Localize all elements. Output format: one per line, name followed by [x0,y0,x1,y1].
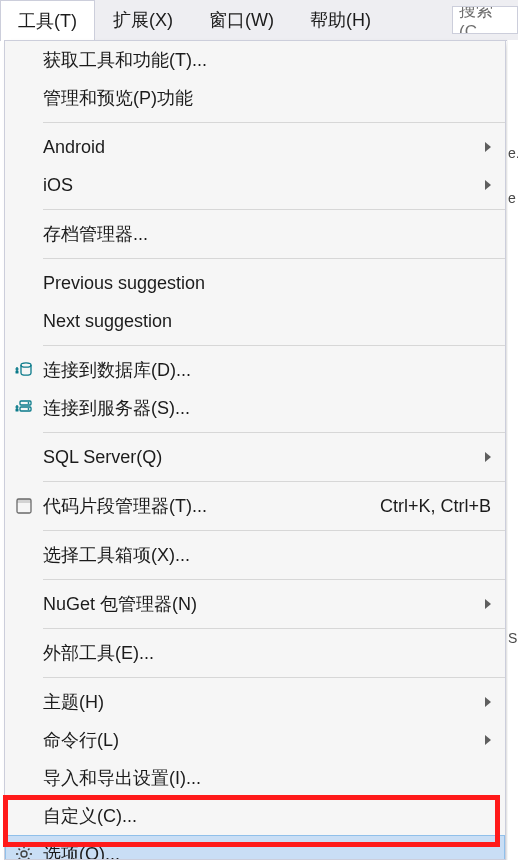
database-plug-icon [15,361,33,379]
menu-item-label: 管理和预览(P)功能 [43,86,491,110]
menu-item-label: 代码片段管理器(T)... [43,494,360,518]
background-peek: e. e S [507,40,518,860]
menu-item-theme[interactable]: 主题(H) [5,683,505,721]
menu-item-label: SQL Server(Q) [43,447,477,468]
menubar-item-window[interactable]: 窗口(W) [191,0,292,40]
menubar-item-help[interactable]: 帮助(H) [292,0,389,40]
menu-separator [43,481,505,482]
svg-rect-6 [16,409,19,412]
menu-separator [43,258,505,259]
menu-item-android[interactable]: Android [5,128,505,166]
menu-separator [43,530,505,531]
svg-line-16 [19,858,21,860]
menu-separator [43,628,505,629]
menu-separator [43,345,505,346]
svg-point-0 [21,363,31,367]
menu-item-label: iOS [43,175,477,196]
menubar-item-tools[interactable]: 工具(T) [0,0,95,41]
menu-item-customize[interactable]: 自定义(C)... [5,797,505,835]
gear-icon [15,845,33,860]
menu-item-label: 选项(O)... [43,842,491,860]
menu-item-nuget[interactable]: NuGet 包管理器(N) [5,585,505,623]
menu-item-label: 导入和导出设置(I)... [43,766,491,790]
svg-point-4 [28,402,30,404]
menu-separator [43,122,505,123]
menu-separator [43,677,505,678]
menu-item-label: Android [43,137,477,158]
menu-item-connect-database[interactable]: 连接到数据库(D)... [5,351,505,389]
menu-separator [43,432,505,433]
menu-item-import-export[interactable]: 导入和导出设置(I)... [5,759,505,797]
menu-item-label: Previous suggestion [43,273,491,294]
menu-item-next-suggestion[interactable]: Next suggestion [5,302,505,340]
menu-item-sql-server[interactable]: SQL Server(Q) [5,438,505,476]
svg-line-14 [19,849,21,851]
svg-rect-1 [16,371,19,374]
menu-item-prev-suggestion[interactable]: Previous suggestion [5,264,505,302]
menu-item-external-tools[interactable]: 外部工具(E)... [5,634,505,672]
menu-separator [43,579,505,580]
svg-rect-8 [17,499,31,503]
peek-text: e [508,190,516,206]
menu-item-label: 获取工具和功能(T)... [43,48,491,72]
menu-item-label: 自定义(C)... [43,804,491,828]
menu-item-label: 存档管理器... [43,222,491,246]
tools-dropdown: 获取工具和功能(T)... 管理和预览(P)功能 Android iOS 存档管… [4,40,506,860]
menu-item-manage-preview[interactable]: 管理和预览(P)功能 [5,79,505,117]
menu-item-label: 主题(H) [43,690,477,714]
menu-item-choose-toolbox[interactable]: 选择工具箱项(X)... [5,536,505,574]
peek-text: S [508,630,517,646]
menu-item-shortcut: Ctrl+K, Ctrl+B [360,496,491,517]
menu-item-get-tools[interactable]: 获取工具和功能(T)... [5,41,505,79]
menu-item-label: 选择工具箱项(X)... [43,543,491,567]
svg-line-15 [28,858,30,860]
server-plug-icon [15,399,33,417]
peek-text: e. [508,145,518,161]
menu-item-snippet-manager[interactable]: 代码片段管理器(T)... Ctrl+K, Ctrl+B [5,487,505,525]
menu-item-label: 外部工具(E)... [43,641,491,665]
menu-item-options[interactable]: 选项(O)... [5,835,505,860]
search-wrap: 搜索 (C [446,0,518,40]
menu-item-label: 连接到服务器(S)... [43,396,491,420]
svg-line-17 [28,849,30,851]
menubar: 工具(T) 扩展(X) 窗口(W) 帮助(H) 搜索 (C [0,0,518,41]
snippet-icon [15,497,33,515]
svg-point-5 [28,408,30,410]
menu-item-label: NuGet 包管理器(N) [43,592,477,616]
menu-item-label: 连接到数据库(D)... [43,358,491,382]
menu-separator [43,209,505,210]
menu-item-archive-manager[interactable]: 存档管理器... [5,215,505,253]
menu-item-label: 命令行(L) [43,728,477,752]
menubar-item-extensions[interactable]: 扩展(X) [95,0,191,40]
menu-item-ios[interactable]: iOS [5,166,505,204]
menu-item-label: Next suggestion [43,311,491,332]
search-input[interactable]: 搜索 (C [452,6,518,34]
svg-point-9 [21,851,27,857]
menu-item-commandline[interactable]: 命令行(L) [5,721,505,759]
menu-item-connect-server[interactable]: 连接到服务器(S)... [5,389,505,427]
